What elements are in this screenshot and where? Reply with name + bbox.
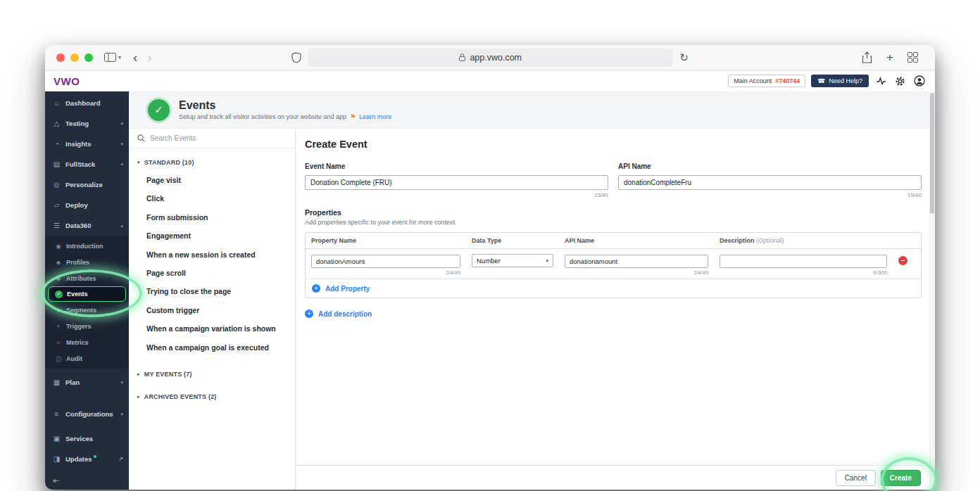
pulse-icon[interactable] [874, 77, 888, 85]
sidebar-item-label: FullStack [65, 160, 95, 168]
updates-notification-dot [94, 455, 96, 458]
privacy-shield-icon[interactable] [291, 52, 301, 63]
sidebar-item-services[interactable]: ▣ Services [45, 428, 129, 449]
flag-icon: ⚑ [350, 113, 356, 120]
sidebar-toggle-icon[interactable] [104, 53, 116, 62]
insights-icon: ◔ [53, 140, 61, 148]
caret-right-icon: ▸ [137, 394, 140, 400]
zoom-window-button[interactable] [84, 53, 93, 62]
list-item[interactable]: Page visit [146, 171, 295, 189]
personalize-icon: ◎ [53, 181, 61, 189]
sidebar-item-events[interactable]: ✓ Events [48, 286, 126, 302]
profiles-icon: ☻ [55, 259, 62, 266]
sidebar-item-fullstack[interactable]: ▤ FullStack ▾ [45, 154, 129, 174]
audit-icon: ◫ [55, 355, 62, 362]
event-name-counter: 23/40 [305, 192, 608, 198]
close-window-button[interactable] [56, 53, 65, 62]
sidebar-item-testing[interactable]: △ Testing ▾ [45, 113, 129, 134]
chevron-down-icon: ▾ [120, 121, 123, 127]
vwo-logo[interactable]: VWO [54, 75, 80, 87]
archived-events-section[interactable]: ▸ ARCHIVED EVENTS (2) [129, 389, 295, 404]
add-description-button[interactable]: + Add description [305, 310, 922, 318]
column-header-description: Description (Optional) [714, 233, 893, 248]
column-header-property-name: Property Name [306, 233, 466, 248]
search-icon [137, 134, 145, 142]
address-bar[interactable]: app.vwo.com [308, 49, 673, 67]
sidebar-item-profiles[interactable]: ☻ Profiles [45, 254, 129, 270]
property-name-counter: 14/40 [311, 269, 460, 276]
property-api-name-input[interactable] [565, 255, 708, 268]
sidebar-item-dashboard[interactable]: ⌂ Dashboard [45, 93, 129, 113]
list-item[interactable]: Form submission [146, 208, 295, 227]
reload-button[interactable]: ↻ [679, 51, 689, 64]
section-label: ARCHIVED EVENTS (2) [144, 393, 217, 400]
scrollbar-thumb[interactable] [930, 93, 934, 214]
my-events-section[interactable]: ▸ MY EVENTS (7) [129, 366, 295, 381]
sidebar-item-introduction[interactable]: ◉ Introduction [45, 238, 129, 254]
list-item[interactable]: Engagement [146, 227, 295, 245]
attributes-icon: ◈ [55, 275, 62, 282]
sidebar-item-label: Data360 [65, 222, 91, 229]
metrics-icon: ≈ [55, 339, 62, 346]
data-type-select[interactable]: Number ▾ [472, 254, 553, 267]
standard-events-section[interactable]: ▾ STANDARD (10) [129, 155, 295, 170]
lock-icon [459, 53, 465, 61]
settings-gear-icon[interactable] [893, 76, 907, 87]
api-name-input[interactable] [618, 175, 922, 190]
chevron-down-icon: ▾ [120, 412, 123, 417]
testing-icon: △ [53, 120, 61, 127]
remove-property-button[interactable]: − [898, 256, 907, 265]
list-item[interactable]: Click [146, 189, 295, 208]
sidebar-item-segments[interactable]: ◕ Segments [45, 302, 129, 318]
sidebar-item-label: Plan [65, 378, 80, 386]
user-avatar-icon[interactable] [912, 75, 926, 87]
cancel-button[interactable]: Cancel [836, 470, 876, 486]
page-header: ✓ Events Setup and track all visitor act… [129, 91, 935, 129]
properties-table: Property Name Data Type API Name Descrip… [305, 232, 922, 298]
sidebar-item-plan[interactable]: ▦ Plan ▾ [45, 372, 129, 393]
description-input[interactable] [720, 255, 887, 268]
share-icon[interactable] [862, 51, 872, 63]
sidebar-item-updates[interactable]: ◨ Updates ↗ [45, 449, 129, 469]
forward-button: › [142, 51, 156, 64]
section-label: MY EVENTS (7) [144, 371, 192, 378]
account-switcher[interactable]: Main Account #740744 [728, 75, 805, 87]
back-button[interactable]: ‹ [128, 51, 142, 64]
sidebar-item-audit[interactable]: ◫ Audit [45, 350, 129, 366]
add-property-button[interactable]: + Add Property [306, 279, 921, 298]
vertical-scrollbar[interactable] [929, 91, 935, 490]
list-item[interactable]: When a campaign variation is shown [146, 319, 295, 338]
list-item[interactable]: Trying to close the page [146, 282, 295, 300]
list-item[interactable]: Custom trigger [146, 301, 295, 319]
property-name-input[interactable] [311, 255, 460, 268]
sidebar-item-attributes[interactable]: ◈ Attributes [45, 270, 129, 286]
learn-more-link[interactable]: Learn more [359, 113, 391, 120]
sidebar-item-metrics[interactable]: ≈ Metrics [45, 334, 129, 350]
table-row: 14/40 Number ▾ 14 [306, 249, 921, 279]
create-button[interactable]: Create [881, 470, 921, 486]
search-input[interactable] [150, 134, 287, 142]
screen: ▾ ‹ › app.vwo.com ↻ [0, 0, 980, 491]
form-title: Create Event [305, 139, 922, 150]
sidebar-item-insights[interactable]: ◔ Insights ▾ [45, 134, 129, 154]
minimize-window-button[interactable] [70, 53, 79, 62]
list-item[interactable]: When a campaign goal is executed [146, 338, 295, 357]
sidebar-item-label: Personalize [65, 181, 103, 189]
account-id: #740744 [775, 77, 800, 84]
need-help-button[interactable]: ☎ Need Help? [811, 75, 869, 87]
sidebar-item-personalize[interactable]: ◎ Personalize [45, 174, 129, 195]
new-tab-button[interactable]: + [886, 51, 893, 65]
phone-icon: ☎ [817, 77, 825, 84]
sidebar-chevron-icon[interactable]: ▾ [118, 54, 121, 60]
tab-overview-icon[interactable] [907, 52, 918, 63]
list-item[interactable]: When a new session is created [146, 246, 295, 264]
collapse-sidebar-icon[interactable]: ⇤ [53, 476, 59, 485]
properties-subtitle: Add properties specific to your event fo… [305, 219, 922, 226]
sidebar-item-configurations[interactable]: ≡ Configurations ▾ [45, 404, 129, 424]
list-item[interactable]: Page scroll [146, 264, 295, 282]
browser-toolbar: ▾ ‹ › app.vwo.com ↻ [45, 45, 935, 70]
event-name-input[interactable] [305, 175, 608, 190]
sidebar-item-data360[interactable]: ☰ Data360 ▴ [45, 215, 129, 236]
sidebar-item-deploy[interactable]: ▱ Deploy [45, 195, 129, 215]
sidebar-item-triggers[interactable]: + Triggers [45, 318, 129, 334]
